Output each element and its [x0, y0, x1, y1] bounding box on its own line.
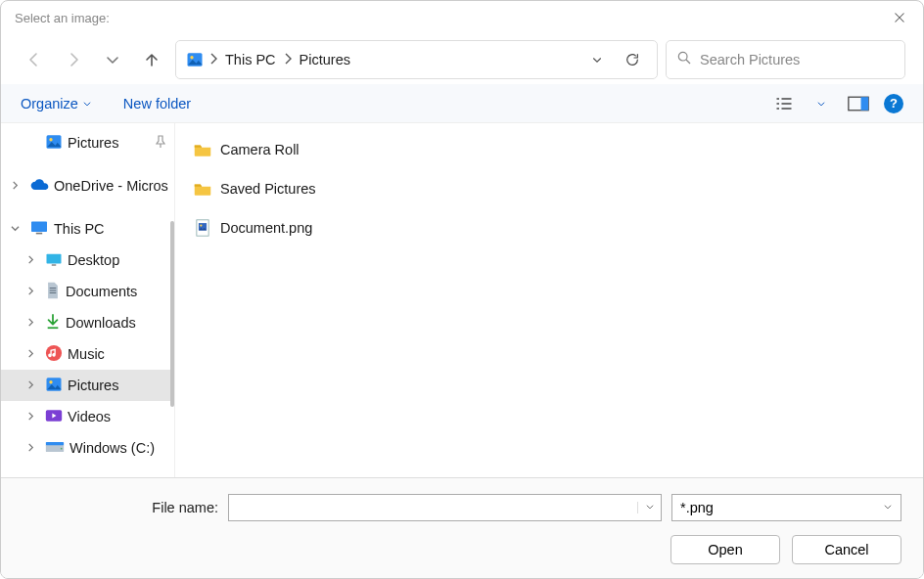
filetype-filter[interactable]: *.png — [671, 494, 901, 521]
file-item-folder[interactable]: Saved Pictures — [193, 174, 905, 203]
sidebar-item-music[interactable]: Music — [1, 338, 174, 370]
breadcrumb-pictures[interactable]: Pictures — [298, 50, 352, 69]
cloud-icon — [29, 178, 49, 195]
sidebar-item-drivec[interactable]: Windows (C:) — [1, 432, 174, 464]
folder-icon — [193, 179, 212, 199]
download-icon — [45, 313, 61, 334]
file-list[interactable]: Camera Roll Saved Pictures Document.png — [175, 123, 923, 477]
file-name: Saved Pictures — [220, 181, 316, 197]
view-dropdown[interactable] — [809, 92, 833, 115]
chevron-right-icon — [209, 52, 217, 67]
pictures-icon — [45, 133, 63, 154]
filename-combobox[interactable] — [228, 494, 662, 521]
music-icon — [45, 344, 63, 365]
sidebar-item-label: Desktop — [68, 252, 119, 268]
sidebar-item-label: OneDrive - Micros — [54, 178, 168, 194]
svg-rect-4 — [861, 97, 869, 111]
chevron-right-icon — [26, 286, 40, 297]
window-title: Select an image: — [15, 11, 890, 25]
sidebar-item-documents[interactable]: Documents — [1, 276, 174, 307]
new-folder-button[interactable]: New folder — [123, 96, 191, 111]
main-area: Pictures OneDrive - Micros This PC De — [1, 123, 923, 477]
search-icon — [676, 50, 692, 69]
sidebar-item-downloads[interactable]: Downloads — [1, 307, 174, 338]
chevron-right-icon — [284, 52, 292, 67]
svg-point-13 — [49, 380, 52, 383]
address-bar[interactable]: This PC Pictures — [175, 40, 658, 79]
filename-label: File name: — [23, 500, 218, 515]
svg-point-20 — [200, 224, 202, 226]
chevron-right-icon — [26, 442, 40, 454]
chevron-right-icon — [26, 254, 40, 266]
chevron-down-icon — [11, 223, 24, 235]
sidebar-item-desktop[interactable]: Desktop — [1, 245, 174, 276]
document-icon — [45, 282, 61, 302]
monitor-icon — [29, 220, 49, 239]
nav-row: This PC Pictures — [1, 35, 923, 84]
file-item-image[interactable]: Document.png — [193, 213, 905, 243]
svg-point-17 — [61, 447, 63, 449]
scrollbar-thumb[interactable] — [170, 221, 174, 407]
sidebar-item-label: Videos — [68, 409, 111, 424]
pin-icon — [155, 135, 166, 152]
svg-point-2 — [678, 52, 687, 61]
sidebar: Pictures OneDrive - Micros This PC De — [1, 123, 175, 477]
forward-button[interactable] — [58, 44, 89, 75]
svg-rect-9 — [47, 253, 62, 263]
title-bar: Select an image: — [1, 1, 923, 35]
sidebar-item-label: Pictures — [68, 135, 118, 151]
chevron-down-icon[interactable] — [637, 502, 661, 513]
sidebar-item-label: Music — [68, 346, 105, 362]
svg-point-1 — [190, 56, 193, 59]
refresh-button[interactable] — [618, 52, 647, 67]
back-button[interactable] — [19, 44, 50, 75]
view-mode-button[interactable] — [772, 92, 796, 115]
sidebar-item-pictures[interactable]: Pictures — [1, 370, 174, 401]
file-name: Camera Roll — [220, 142, 300, 157]
svg-rect-16 — [46, 442, 64, 445]
sidebar-item-videos[interactable]: Videos — [1, 401, 174, 432]
folder-icon — [193, 140, 212, 159]
toolbar: Organize New folder ? — [1, 84, 923, 123]
file-name: Document.png — [220, 220, 312, 236]
drive-icon — [45, 440, 65, 457]
chevron-right-icon — [26, 348, 40, 360]
desktop-icon — [45, 252, 63, 269]
svg-point-11 — [46, 344, 62, 360]
search-input[interactable] — [700, 52, 895, 67]
breadcrumb-thispc[interactable]: This PC — [223, 50, 278, 69]
organize-label: Organize — [21, 96, 78, 111]
address-dropdown[interactable] — [582, 54, 612, 66]
sidebar-item-quick-pictures[interactable]: Pictures — [1, 127, 174, 158]
svg-point-6 — [49, 138, 52, 141]
filename-input[interactable] — [229, 500, 637, 515]
pictures-icon — [45, 376, 63, 396]
preview-pane-button[interactable] — [847, 92, 870, 115]
filter-value: *.png — [680, 500, 714, 515]
svg-rect-10 — [52, 264, 57, 266]
help-button[interactable]: ? — [884, 94, 903, 113]
close-button[interactable] — [890, 10, 909, 26]
sidebar-item-label: Windows (C:) — [69, 440, 155, 456]
svg-rect-8 — [36, 232, 42, 234]
chevron-right-icon — [26, 411, 40, 423]
chevron-right-icon — [26, 379, 40, 391]
up-button[interactable] — [136, 44, 167, 75]
sidebar-item-label: This PC — [54, 221, 105, 237]
sidebar-item-label: Pictures — [68, 378, 118, 393]
svg-rect-7 — [31, 221, 47, 231]
search-box[interactable] — [666, 40, 905, 79]
open-button[interactable]: Open — [670, 535, 780, 564]
video-icon — [45, 409, 63, 425]
sidebar-item-label: Downloads — [66, 315, 136, 331]
organize-menu[interactable]: Organize — [21, 96, 92, 111]
pictures-icon — [186, 51, 204, 68]
file-item-folder[interactable]: Camera Roll — [193, 135, 905, 164]
recent-dropdown[interactable] — [97, 44, 128, 75]
sidebar-item-thispc[interactable]: This PC — [1, 213, 174, 245]
sidebar-item-label: Documents — [66, 284, 137, 299]
chevron-down-icon — [883, 502, 893, 513]
sidebar-item-onedrive[interactable]: OneDrive - Micros — [1, 170, 174, 201]
nav-tree: Pictures OneDrive - Micros This PC De — [1, 127, 174, 464]
cancel-button[interactable]: Cancel — [792, 535, 901, 564]
